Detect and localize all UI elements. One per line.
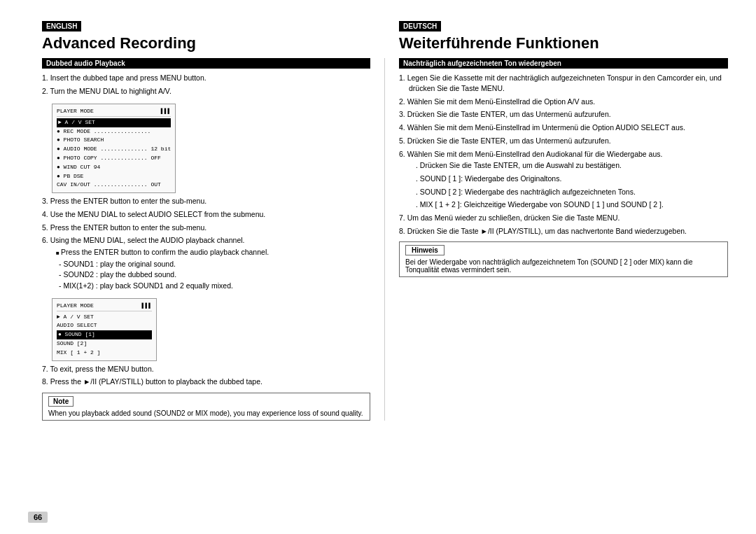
sub-mix-de: MIX [ 1 + 2 ]: Gleichzeitige Wiedergabe … — [416, 199, 728, 210]
step6-subs-de: SOUND [ 1 ]: Wiedergabe des Originaltons… — [416, 174, 728, 210]
menu2-av-set: ► A / V SET — [57, 313, 152, 322]
lang-badge-english: ENGLISH — [42, 21, 81, 31]
step-6-de: Wählen Sie mit dem Menü-Einstellrad den … — [399, 149, 728, 210]
note-box-de: Hinweis Bei der Wiedergabe von nachträgl… — [399, 241, 728, 277]
step-7-en: To exit, press the MENU button. — [42, 364, 370, 374]
step-4-en: Use the MENU DIAL to select AUDIO SELECT… — [42, 209, 370, 220]
page-number: 66 — [28, 512, 48, 523]
sub-sound1-en: SOUND1 : play the original sound. — [59, 259, 370, 269]
step6-bullets-en: Press the ENTER button to confirm the au… — [59, 247, 370, 258]
step-5-de: Drücken Sie die Taste ENTER, um das Unte… — [399, 136, 728, 146]
sub-mix-en: MIX(1+2) : play back SOUND1 and 2 equall… — [59, 281, 370, 291]
step-4-de: Wählen Sie mit dem Menü-Einstellrad im U… — [399, 122, 728, 133]
step-3-en: Press the ENTER button to enter the sub-… — [42, 196, 370, 206]
left-header: ENGLISH Advanced Recording — [42, 21, 385, 52]
sub-sound2-de: SOUND [ 2 ]: Wiedergabe des nachträglich… — [416, 187, 728, 197]
menu2-indicator: ▌▌▌ — [142, 302, 152, 310]
step-8-en: Press the ►/II (PLAY/STILL) button to pl… — [42, 377, 370, 387]
step6-bullet-enter-en: Press the ENTER button to confirm the au… — [59, 247, 370, 258]
content-area: Dubbed audio Playback Insert the dubbed … — [42, 58, 728, 421]
page-title-english: Advanced Recording — [42, 34, 371, 52]
deutsch-badge: DEUTSCH — [399, 21, 728, 34]
note-label-de: Hinweis — [405, 245, 444, 255]
step-2-de: Wählen Sie mit dem Menü-Einstellrad die … — [399, 97, 728, 107]
menu1-wind-cut: ● WIND CUT 94 — [57, 163, 171, 172]
menu1-pb-dse: ● PB DSE — [57, 172, 171, 181]
menu1-title: PLAYER MODE — [57, 107, 94, 115]
step-3-de: Drücken Sie die Taste ENTER, um das Unte… — [399, 109, 728, 120]
menu2-audio-select: AUDIO SELECT — [57, 321, 152, 330]
step-1-en: Insert the dubbed tape and press MENU bu… — [42, 73, 370, 83]
note-box-en: Note When you playback added sound (SOUN… — [42, 393, 370, 421]
menu1-photo-search: ● PHOTO SEARCH — [57, 136, 171, 145]
menu1-indicator: ▌▌▌ — [161, 107, 171, 115]
menu2-sound1: ● SOUND [1] — [57, 330, 152, 339]
step-7-de: Um das Menü wieder zu schließen, drücken… — [399, 213, 728, 223]
left-section-header: Dubbed audio Playback — [42, 58, 370, 69]
english-badge: ENGLISH — [42, 21, 371, 34]
lang-badge-deutsch: DEUTSCH — [399, 21, 441, 31]
right-header: DEUTSCH Weiterführende Funktionen — [385, 21, 728, 52]
step6-bullets-de: Drücken Sie die Taste ENTER, um die Ausw… — [416, 160, 728, 171]
menu1-audio-mode: ● AUDIO MODE .............. 12 bit — [57, 145, 171, 154]
right-steps: Legen Sie die Kassette mit der nachträgl… — [399, 73, 728, 236]
left-steps: Insert the dubbed tape and press MENU bu… — [42, 73, 370, 387]
menu2-sound2: SOUND [2] — [57, 339, 152, 349]
menu-screen-1: PLAYER MODE ▌▌▌ ► A / V SET ● REC MODE .… — [52, 104, 176, 193]
step-1-de: Legen Sie die Kassette mit der nachträgl… — [399, 73, 728, 93]
menu2-mix: MIX [ 1 + 2 ] — [57, 349, 152, 358]
page-header: ENGLISH Advanced Recording DEUTSCH Weite… — [42, 21, 728, 52]
page: ENGLISH Advanced Recording DEUTSCH Weite… — [0, 0, 756, 534]
step-8-de: Drücken Sie die Taste ►/II (PLAY/STILL),… — [399, 226, 728, 237]
menu2-title: PLAYER MODE — [57, 302, 94, 310]
sub-sound2-en: SOUND2 : play the dubbed sound. — [59, 269, 370, 280]
menu1-av-set: ► A / V SET — [57, 118, 171, 127]
menu-screen-2: PLAYER MODE ▌▌▌ ► A / V SET AUDIO SELECT… — [52, 298, 157, 361]
right-column: Nachträglich aufgezeichneten Ton wiederg… — [385, 58, 728, 421]
step-2-en: Turn the MENU DIAL to highlight A/V. — [42, 86, 370, 97]
step6-subs-en: SOUND1 : play the original sound. SOUND2… — [59, 259, 370, 291]
page-title-deutsch: Weiterführende Funktionen — [399, 34, 728, 52]
menu1-cav: CAV IN/OUT ................ OUT — [57, 181, 171, 190]
step-5-en: Press the ENTER button to enter the sub-… — [42, 223, 370, 233]
note-text-en: When you playback added sound (SOUND2 or… — [48, 409, 364, 417]
sub-sound1-de: SOUND [ 1 ]: Wiedergabe des Originaltons… — [416, 174, 728, 184]
step6-bullet-enter-de: Drücken Sie die Taste ENTER, um die Ausw… — [416, 160, 728, 171]
note-label-en: Note — [48, 396, 74, 407]
menu1-rec-mode: ● REC MODE ................. — [57, 127, 171, 136]
menu1-photo-copy: ● PHOTO COPY .............. OFF — [57, 154, 171, 163]
right-section-header: Nachträglich aufgezeichneten Ton wiederg… — [399, 58, 728, 69]
note-text-de: Bei der Wiedergabe von nachträglich aufg… — [405, 258, 722, 274]
left-column: Dubbed audio Playback Insert the dubbed … — [42, 58, 385, 421]
step-6-en: Using the MENU DIAL, select the AUDIO pl… — [42, 235, 370, 290]
